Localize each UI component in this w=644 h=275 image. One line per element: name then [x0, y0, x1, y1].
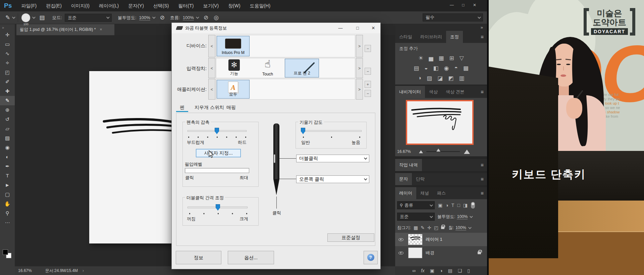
photo-filter-icon[interactable]: ◉	[444, 65, 449, 72]
navigator-preview[interactable]	[406, 100, 474, 145]
default-settings-button[interactable]: 표준설정	[327, 233, 374, 242]
zoom-tool-icon[interactable]: ⚲	[0, 209, 15, 218]
tab-pen[interactable]: 펜	[176, 103, 188, 112]
tab-libraries[interactable]: 라이브러리	[416, 31, 446, 43]
layer-filter-select[interactable]: ⚲ 종류	[397, 201, 435, 209]
tab-adjustments[interactable]: 조정	[446, 31, 463, 43]
navigator-zoom-value[interactable]: 16.67%	[397, 149, 411, 154]
fill-value[interactable]: 100%	[455, 225, 466, 230]
brush-tool-icon[interactable]: ✎	[0, 96, 15, 105]
healing-brush-tool-icon[interactable]: ✚	[0, 87, 15, 96]
brush-panel-toggle-icon[interactable]: ▤	[39, 14, 45, 21]
filter-shape-icon[interactable]: □	[457, 203, 460, 208]
app-scroll-left-button[interactable]: <	[208, 79, 215, 100]
layer1-thumbnail[interactable]	[408, 234, 422, 245]
input-scroll-right-button[interactable]: >	[356, 58, 363, 78]
shape-tool-icon[interactable]: ▢	[0, 190, 15, 199]
panel-menu-icon[interactable]: ≡	[477, 173, 487, 185]
tilt-slider[interactable]	[302, 130, 362, 132]
menu-help[interactable]: 도움말(H)	[245, 0, 275, 11]
lasso-tool-icon[interactable]: ∿	[0, 49, 15, 58]
options-button[interactable]: 옵션...	[228, 251, 274, 264]
lock-all-icon[interactable]	[441, 226, 444, 229]
layer1-visibility-icon[interactable]	[398, 238, 404, 241]
workspace-select[interactable]: 필수	[423, 13, 483, 21]
zoom-out-icon[interactable]	[419, 150, 423, 153]
eraser-tool-icon[interactable]: ▱	[0, 124, 15, 133]
tab-channels[interactable]: 채널	[416, 187, 433, 199]
customize-button[interactable]: 사용자 지정...	[196, 149, 241, 157]
device-scroll-right-button[interactable]: >	[356, 35, 363, 57]
brush-tool-icon[interactable]: ✎	[5, 14, 10, 21]
add-mask-icon[interactable]: ▣	[430, 268, 434, 273]
panel-menu-icon[interactable]: ≡	[477, 31, 487, 43]
zoom-in-icon[interactable]	[464, 150, 470, 154]
menu-window[interactable]: 창(W)	[223, 0, 245, 11]
brightness-contrast-icon[interactable]: ☀	[418, 55, 423, 62]
navigator-zoom-thumb[interactable]	[436, 149, 440, 152]
new-adjustment-icon[interactable]: ◑	[440, 268, 442, 273]
foreground-color-swatch[interactable]	[3, 250, 8, 255]
menu-filter[interactable]: 필터(T)	[174, 0, 199, 11]
filter-pixel-icon[interactable]: ▣	[438, 203, 442, 208]
tab-layers[interactable]: 레이어	[395, 187, 416, 199]
app-scroll-right-button[interactable]: >	[356, 79, 363, 100]
blend-mode-select[interactable]: 표준	[397, 213, 435, 221]
black-white-icon[interactable]: ◧	[433, 65, 439, 72]
tab-character[interactable]: 문자	[395, 173, 412, 185]
device-scroll-left-button[interactable]: <	[208, 35, 215, 57]
more-tools-icon[interactable]: ⋯	[0, 218, 15, 227]
symmetry-icon[interactable]: ◎	[214, 14, 219, 21]
panel-collapse-icon[interactable]: »	[481, 25, 483, 30]
lock-pixels-icon[interactable]: ✎	[421, 225, 425, 230]
tab-close-icon[interactable]: ×	[100, 27, 102, 32]
lower-switch-dropdown[interactable]: 오른쪽 클릭	[296, 175, 369, 183]
input-item-functions[interactable]: ✻ 기능	[226, 59, 242, 77]
filter-adjustment-icon[interactable]: ◑	[445, 203, 448, 208]
exposure-icon[interactable]: ⊞	[449, 55, 454, 62]
panel-menu-icon[interactable]: ≡	[477, 159, 487, 171]
minimize-icon[interactable]: —	[446, 0, 458, 10]
crop-tool-icon[interactable]: ◰	[0, 68, 15, 77]
filter-type-icon[interactable]: T	[451, 203, 454, 208]
dialog-close-icon[interactable]: ✕	[366, 23, 381, 33]
tab-history[interactable]: 작업 내역	[395, 159, 422, 171]
layers-opacity-value[interactable]: 100%	[457, 214, 468, 219]
delete-layer-icon[interactable]: ▯	[467, 268, 470, 273]
menu-edit[interactable]: 편집(E)	[41, 0, 66, 11]
background-name[interactable]: 배경	[426, 250, 434, 256]
path-selection-tool-icon[interactable]: ►	[0, 180, 15, 190]
dialog-maximize-icon[interactable]: □	[350, 23, 365, 33]
layer-row-background[interactable]: 배경	[395, 246, 487, 260]
device-item-intuos[interactable]: Intuos Pro M	[217, 36, 250, 56]
posterize-icon[interactable]: ▨	[427, 75, 432, 82]
toolbar-collapse-icon[interactable]: »	[0, 24, 15, 30]
panel-menu-icon[interactable]: ≡	[477, 86, 487, 98]
input-scroll-left-button[interactable]: <	[208, 58, 215, 78]
quick-selection-tool-icon[interactable]: ✧	[0, 58, 15, 68]
help-button[interactable]: ?	[364, 251, 378, 264]
levels-icon[interactable]: ▅	[429, 55, 433, 62]
color-swatches[interactable]	[3, 250, 13, 260]
maximize-icon[interactable]: □	[458, 0, 469, 10]
mode-select[interactable]: 표준	[65, 14, 112, 22]
menu-view[interactable]: 보기(V)	[198, 0, 223, 11]
input-item-touch[interactable]: ☝ Touch	[260, 59, 275, 77]
upper-switch-dropdown[interactable]: 더블클릭	[296, 155, 369, 162]
threshold-icon[interactable]: ◪	[437, 75, 443, 82]
background-thumbnail[interactable]	[408, 248, 422, 258]
menu-type[interactable]: 문자(Y)	[123, 0, 149, 11]
pressure-opacity-icon[interactable]: ⊘	[160, 14, 165, 21]
filter-toggle-icon[interactable]	[471, 202, 475, 209]
tab-swatches[interactable]: 색상 견본	[442, 86, 469, 98]
tab-eraser-switch[interactable]: 지우개 스위치	[191, 103, 228, 112]
app-add-button[interactable]: +	[365, 81, 371, 88]
background-visibility-icon[interactable]	[398, 252, 404, 255]
navigator-zoom-slider[interactable]	[426, 151, 460, 152]
lock-position-icon[interactable]: ✛	[427, 225, 431, 230]
input-item-pro-pen-2[interactable]: 프로 펜 2	[285, 59, 319, 77]
selective-color-icon[interactable]: ▥	[459, 75, 464, 82]
color-balance-icon[interactable]: ◒	[424, 65, 428, 71]
flow-value[interactable]: 100%	[183, 15, 194, 20]
tab-paths[interactable]: 패스	[433, 187, 450, 199]
